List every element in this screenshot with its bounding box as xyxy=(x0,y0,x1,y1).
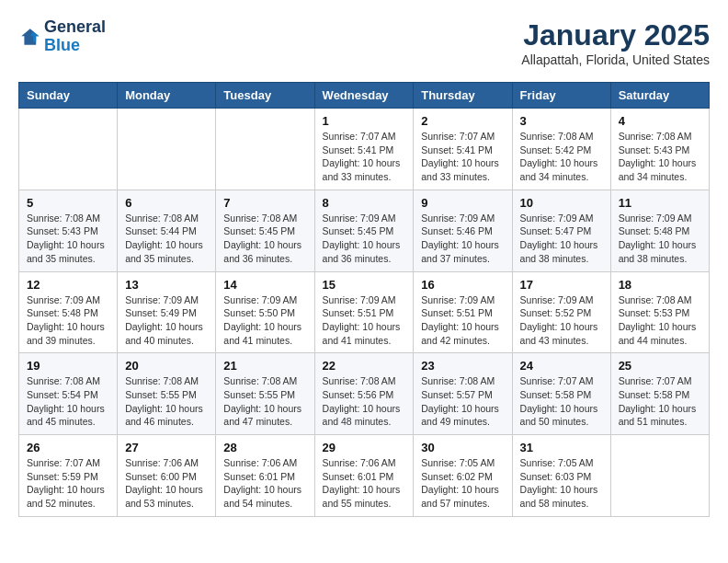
day-number: 23 xyxy=(421,359,504,373)
day-number: 28 xyxy=(223,441,306,454)
calendar-table: SundayMondayTuesdayWednesdayThursdayFrid… xyxy=(18,82,710,517)
calendar-cell: 11 Sunrise: 7:09 AMSunset: 5:48 PMDaylig… xyxy=(610,190,709,271)
day-number: 14 xyxy=(223,278,306,292)
calendar-cell: 31 Sunrise: 7:05 AMSunset: 6:03 PMDaylig… xyxy=(512,435,610,517)
day-number: 18 xyxy=(619,278,701,292)
logo: General Blue xyxy=(18,18,106,55)
day-info: Sunrise: 7:08 AMSunset: 5:54 PMDaylight:… xyxy=(27,374,109,429)
calendar-cell: 18 Sunrise: 7:08 AMSunset: 5:53 PMDaylig… xyxy=(610,271,709,353)
day-number: 9 xyxy=(421,196,504,210)
day-number: 20 xyxy=(125,359,208,373)
calendar-cell: 6 Sunrise: 7:08 AMSunset: 5:44 PMDayligh… xyxy=(118,190,216,271)
calendar-cell: 1 Sunrise: 7:07 AMSunset: 5:41 PMDayligh… xyxy=(314,109,414,190)
day-info: Sunrise: 7:07 AMSunset: 5:58 PMDaylight:… xyxy=(619,374,701,429)
calendar-week-5: 26 Sunrise: 7:07 AMSunset: 5:59 PMDaylig… xyxy=(19,435,710,517)
day-info: Sunrise: 7:09 AMSunset: 5:47 PMDaylight:… xyxy=(520,212,603,266)
day-number: 5 xyxy=(27,196,109,210)
day-number: 3 xyxy=(520,114,603,128)
day-info: Sunrise: 7:08 AMSunset: 5:45 PMDaylight:… xyxy=(223,212,306,266)
day-number: 31 xyxy=(520,441,603,454)
calendar-week-4: 19 Sunrise: 7:08 AMSunset: 5:54 PMDaylig… xyxy=(19,353,710,435)
calendar-cell: 29 Sunrise: 7:06 AMSunset: 6:01 PMDaylig… xyxy=(314,435,414,517)
day-info: Sunrise: 7:08 AMSunset: 5:57 PMDaylight:… xyxy=(421,374,504,429)
day-info: Sunrise: 7:09 AMSunset: 5:49 PMDaylight:… xyxy=(125,293,208,348)
calendar-cell: 5 Sunrise: 7:08 AMSunset: 5:43 PMDayligh… xyxy=(19,190,118,271)
calendar-cell: 28 Sunrise: 7:06 AMSunset: 6:01 PMDaylig… xyxy=(216,435,314,517)
day-number: 6 xyxy=(125,196,208,210)
day-info: Sunrise: 7:08 AMSunset: 5:43 PMDaylight:… xyxy=(619,130,701,184)
day-info: Sunrise: 7:09 AMSunset: 5:51 PMDaylight:… xyxy=(323,293,406,348)
day-info: Sunrise: 7:08 AMSunset: 5:55 PMDaylight:… xyxy=(223,374,306,429)
calendar-cell: 14 Sunrise: 7:09 AMSunset: 5:50 PMDaylig… xyxy=(216,271,314,353)
calendar-cell: 8 Sunrise: 7:09 AMSunset: 5:45 PMDayligh… xyxy=(314,190,414,271)
logo-general: General xyxy=(44,18,106,37)
calendar-header-tuesday: Tuesday xyxy=(216,83,314,109)
calendar-cell: 22 Sunrise: 7:08 AMSunset: 5:56 PMDaylig… xyxy=(314,353,414,435)
day-info: Sunrise: 7:08 AMSunset: 5:53 PMDaylight:… xyxy=(619,293,701,348)
calendar-cell: 26 Sunrise: 7:07 AMSunset: 5:59 PMDaylig… xyxy=(19,435,118,517)
day-number: 29 xyxy=(323,441,406,454)
day-info: Sunrise: 7:07 AMSunset: 5:58 PMDaylight:… xyxy=(520,374,603,429)
location: Allapattah, Florida, United States xyxy=(521,52,710,67)
logo-icon xyxy=(18,26,40,48)
day-info: Sunrise: 7:06 AMSunset: 6:00 PMDaylight:… xyxy=(125,456,208,511)
day-info: Sunrise: 7:08 AMSunset: 5:56 PMDaylight:… xyxy=(323,374,406,429)
calendar-cell: 17 Sunrise: 7:09 AMSunset: 5:52 PMDaylig… xyxy=(512,271,610,353)
day-info: Sunrise: 7:09 AMSunset: 5:50 PMDaylight:… xyxy=(223,293,306,348)
day-info: Sunrise: 7:07 AMSunset: 5:41 PMDaylight:… xyxy=(323,130,406,184)
calendar-cell: 12 Sunrise: 7:09 AMSunset: 5:48 PMDaylig… xyxy=(19,271,118,353)
title-section: January 2025 Allapattah, Florida, United… xyxy=(521,18,710,67)
calendar-cell: 19 Sunrise: 7:08 AMSunset: 5:54 PMDaylig… xyxy=(19,353,118,435)
day-number: 25 xyxy=(619,359,701,373)
day-number: 22 xyxy=(323,359,406,373)
calendar-cell: 23 Sunrise: 7:08 AMSunset: 5:57 PMDaylig… xyxy=(414,353,512,435)
calendar-cell: 13 Sunrise: 7:09 AMSunset: 5:49 PMDaylig… xyxy=(118,271,216,353)
calendar-cell: 16 Sunrise: 7:09 AMSunset: 5:51 PMDaylig… xyxy=(414,271,512,353)
day-info: Sunrise: 7:08 AMSunset: 5:55 PMDaylight:… xyxy=(125,374,208,429)
calendar-cell xyxy=(216,109,314,190)
day-info: Sunrise: 7:07 AMSunset: 5:41 PMDaylight:… xyxy=(421,130,504,184)
day-info: Sunrise: 7:06 AMSunset: 6:01 PMDaylight:… xyxy=(323,456,406,511)
day-info: Sunrise: 7:05 AMSunset: 6:02 PMDaylight:… xyxy=(421,456,504,511)
calendar-header-thursday: Thursday xyxy=(414,83,512,109)
calendar-cell: 4 Sunrise: 7:08 AMSunset: 5:43 PMDayligh… xyxy=(610,109,709,190)
calendar-cell xyxy=(19,109,118,190)
calendar-cell: 3 Sunrise: 7:08 AMSunset: 5:42 PMDayligh… xyxy=(512,109,610,190)
calendar-header-row: SundayMondayTuesdayWednesdayThursdayFrid… xyxy=(19,83,710,109)
calendar-cell xyxy=(610,435,709,517)
day-number: 16 xyxy=(421,278,504,292)
day-info: Sunrise: 7:09 AMSunset: 5:45 PMDaylight:… xyxy=(323,212,406,266)
day-info: Sunrise: 7:09 AMSunset: 5:51 PMDaylight:… xyxy=(421,293,504,348)
day-number: 12 xyxy=(27,278,109,292)
calendar-header-sunday: Sunday xyxy=(19,83,118,109)
day-info: Sunrise: 7:09 AMSunset: 5:48 PMDaylight:… xyxy=(619,212,701,266)
logo-blue: Blue xyxy=(44,36,80,54)
day-number: 11 xyxy=(619,196,701,210)
day-number: 17 xyxy=(520,278,603,292)
day-number: 30 xyxy=(421,441,504,454)
day-info: Sunrise: 7:09 AMSunset: 5:52 PMDaylight:… xyxy=(520,293,603,348)
calendar-week-3: 12 Sunrise: 7:09 AMSunset: 5:48 PMDaylig… xyxy=(19,271,710,353)
day-info: Sunrise: 7:06 AMSunset: 6:01 PMDaylight:… xyxy=(223,456,306,511)
day-number: 2 xyxy=(421,114,504,128)
day-number: 13 xyxy=(125,278,208,292)
day-number: 26 xyxy=(27,441,109,454)
calendar-header-wednesday: Wednesday xyxy=(314,83,414,109)
calendar-cell: 25 Sunrise: 7:07 AMSunset: 5:58 PMDaylig… xyxy=(610,353,709,435)
day-info: Sunrise: 7:09 AMSunset: 5:48 PMDaylight:… xyxy=(27,293,109,348)
day-number: 24 xyxy=(520,359,603,373)
calendar-cell: 15 Sunrise: 7:09 AMSunset: 5:51 PMDaylig… xyxy=(314,271,414,353)
day-number: 10 xyxy=(520,196,603,210)
calendar-cell: 30 Sunrise: 7:05 AMSunset: 6:02 PMDaylig… xyxy=(414,435,512,517)
day-info: Sunrise: 7:08 AMSunset: 5:42 PMDaylight:… xyxy=(520,130,603,184)
day-number: 19 xyxy=(27,359,109,373)
calendar-header-friday: Friday xyxy=(512,83,610,109)
day-number: 7 xyxy=(223,196,306,210)
calendar-header-saturday: Saturday xyxy=(610,83,709,109)
day-number: 1 xyxy=(323,114,406,128)
calendar-cell xyxy=(118,109,216,190)
day-number: 8 xyxy=(323,196,406,210)
day-info: Sunrise: 7:08 AMSunset: 5:43 PMDaylight:… xyxy=(27,212,109,266)
day-number: 4 xyxy=(619,114,701,128)
page-header: General Blue January 2025 Allapattah, Fl… xyxy=(18,18,710,67)
